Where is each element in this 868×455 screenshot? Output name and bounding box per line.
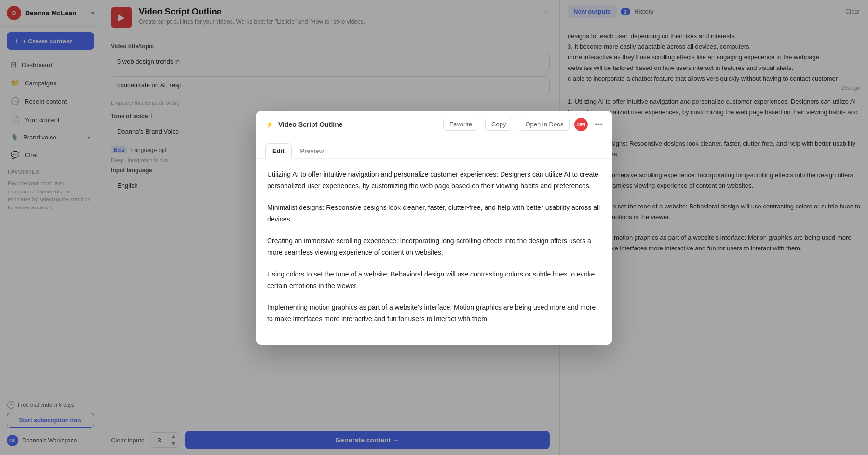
modal-item-1-text: Utilizing AI to offer intuitive navigati… <box>267 170 598 190</box>
modal-item-1: Utilizing AI to offer intuitive navigati… <box>267 168 601 192</box>
modal-tab-preview[interactable]: Preview <box>294 143 331 158</box>
modal-more-button[interactable]: ••• <box>595 120 603 129</box>
modal-item-4-text: Using colors to set the tone of a websit… <box>267 270 595 290</box>
modal-user-avatar: DM <box>574 118 588 131</box>
modal-item-5: Implementing motion graphics as part of … <box>267 302 601 325</box>
modal-item-2-text: Minimalist designs: Responsive designs l… <box>267 204 600 223</box>
modal-open-in-docs-button[interactable]: Open in Docs <box>519 118 570 131</box>
modal: ⚡ Video Script Outline Favorite Copy Ope… <box>256 111 612 345</box>
modal-item-3-text: Creating an immersive scrolling experien… <box>267 237 591 257</box>
modal-item-5-text: Implementing motion graphics as part of … <box>267 303 596 323</box>
modal-body: Utilizing AI to offer intuitive navigati… <box>256 159 612 345</box>
modal-tab-edit[interactable]: Edit <box>265 143 292 159</box>
modal-copy-button[interactable]: Copy <box>485 118 512 131</box>
modal-overlay[interactable]: ⚡ Video Script Outline Favorite Copy Ope… <box>0 0 868 455</box>
modal-tabs: Edit Preview <box>256 138 612 159</box>
modal-header: ⚡ Video Script Outline Favorite Copy Ope… <box>256 111 612 138</box>
modal-item-4: Using colors to set the tone of a websit… <box>267 268 601 292</box>
modal-item-2: Minimalist designs: Responsive designs l… <box>267 202 601 225</box>
modal-favorite-button[interactable]: Favorite <box>443 118 478 131</box>
modal-tool-icon: ⚡ <box>265 121 273 128</box>
modal-item-3: Creating an immersive scrolling experien… <box>267 235 601 259</box>
modal-title: Video Script Outline <box>278 121 436 128</box>
